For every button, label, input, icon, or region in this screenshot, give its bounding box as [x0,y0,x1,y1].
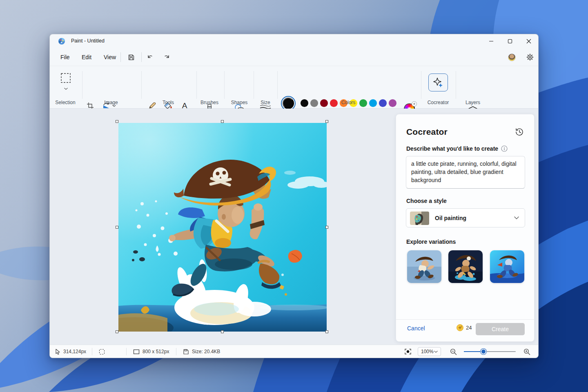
file-size-indicator: Size: 20.4KB [183,345,220,358]
selection-size-icon [99,349,105,355]
settings-button[interactable] [523,51,537,63]
credits-count: 24 [466,325,472,331]
prompt-input[interactable]: a little cute pirate, running, colorful,… [406,156,525,189]
color-swatch[interactable] [379,99,387,107]
ribbon: Selection [50,66,538,109]
color-swatch[interactable] [301,99,308,107]
selection-dropdown-button[interactable] [62,86,70,91]
cocreator-panel-title: Cocreator [406,127,448,137]
foreground-color-well[interactable] [283,98,294,109]
cancel-button[interactable]: Cancel [407,325,425,332]
menu-edit[interactable]: Edit [77,51,96,63]
chevron-down-icon [434,351,438,353]
style-dropdown[interactable]: Oil painting [406,208,525,227]
minimize-icon [489,39,494,44]
menu-file[interactable]: File [56,51,75,63]
selection-handle-bottom-left[interactable] [116,330,118,333]
maximize-icon [508,39,512,44]
credits-indicator: 24 [457,324,472,331]
selection-handle-bottom-middle[interactable] [221,330,224,333]
group-label-image: Image [87,100,136,105]
maximize-button[interactable] [501,34,519,48]
chevron-down-icon [64,88,68,90]
canvas-image-pirate [118,123,327,332]
account-button[interactable] [505,51,518,63]
cocreator-sparkle-icon [432,77,444,88]
paint-window: Paint - Untitled File Edit View [49,34,539,358]
describe-label: Describe what you'd like to create [406,145,498,152]
zoom-slider[interactable] [464,351,516,352]
user-avatar [508,53,516,61]
minimize-button[interactable] [482,34,501,48]
statusbar: 314,124px 800 x 512px [50,345,538,358]
save-icon [128,54,135,61]
cocreator-button[interactable] [428,74,448,91]
fit-to-screen-icon [404,348,412,355]
zoom-level-dropdown[interactable]: 100% [418,347,441,356]
paint-app-icon [58,38,65,45]
panel-divider [396,319,534,320]
zoom-level-value: 100% [421,349,434,354]
zoom-in-icon [523,348,530,355]
group-label-layers: Layers [448,100,497,105]
zoom-slider-thumb[interactable] [481,349,486,354]
cursor-icon [55,349,60,355]
menubar: File Edit View [50,48,538,66]
fit-to-screen-button[interactable] [403,347,413,356]
drawing-canvas[interactable] [118,123,327,332]
undo-button[interactable] [144,51,157,63]
color-swatch[interactable] [310,99,318,107]
selection-handle-bottom-right[interactable] [325,330,328,333]
menubar-divider [120,52,121,62]
titlebar[interactable]: Paint - Untitled [50,34,538,48]
ribbon-divider [82,71,82,99]
window-title: Paint - Untitled [71,38,105,44]
selection-handle-top-left[interactable] [116,120,118,123]
ribbon-divider [196,71,197,99]
selection-handle-middle-right[interactable] [325,226,328,229]
selection-handle-top-middle[interactable] [221,120,224,123]
canvas-size-icon [133,349,140,354]
ribbon-divider [141,71,142,99]
close-button[interactable] [519,34,538,48]
style-label: Choose a style [406,198,447,204]
desktop: Paint - Untitled File Edit View [0,0,588,392]
zoom-in-button[interactable] [521,347,532,356]
ribbon-divider [254,71,254,99]
canvas-size-indicator: 800 x 512px [133,345,169,358]
redo-icon [163,54,170,60]
close-icon [526,39,531,44]
cursor-position-value: 314,124px [63,349,86,354]
zoom-out-button[interactable] [448,347,459,356]
chevron-down-icon [514,216,519,219]
create-button[interactable]: Create [476,323,525,335]
undo-icon [147,54,154,60]
zoom-slider-fill [464,351,483,352]
info-icon[interactable] [501,145,508,152]
color-swatch[interactable] [389,99,396,107]
style-value: Oil painting [435,215,466,221]
variation-thumbnail-1[interactable] [407,250,441,283]
ribbon-divider [456,71,456,99]
selection-tool-button[interactable] [59,71,73,85]
selection-handle-middle-left[interactable] [116,226,118,229]
statusbar-divider [126,348,127,355]
menu-view[interactable]: View [99,51,121,63]
file-size-icon [183,349,189,355]
save-button[interactable] [125,51,138,63]
selection-size-indicator [99,345,105,358]
ribbon-divider [277,71,278,99]
variations-label: Explore variations [406,238,456,245]
selection-rectangle-icon [60,73,71,83]
file-size-value: Size: 20.4KB [192,349,220,354]
group-label-colors: Colors [324,100,373,105]
history-button[interactable] [514,127,524,137]
statusbar-divider [176,348,176,355]
selection-handle-top-right[interactable] [325,120,328,123]
variation-thumbnail-3[interactable] [490,250,524,283]
variation-thumbnail-2[interactable] [448,250,483,283]
redo-button[interactable] [160,51,173,63]
window-controls [482,34,538,48]
canvas-size-value: 800 x 512px [143,349,169,354]
zoom-out-icon [450,348,457,355]
